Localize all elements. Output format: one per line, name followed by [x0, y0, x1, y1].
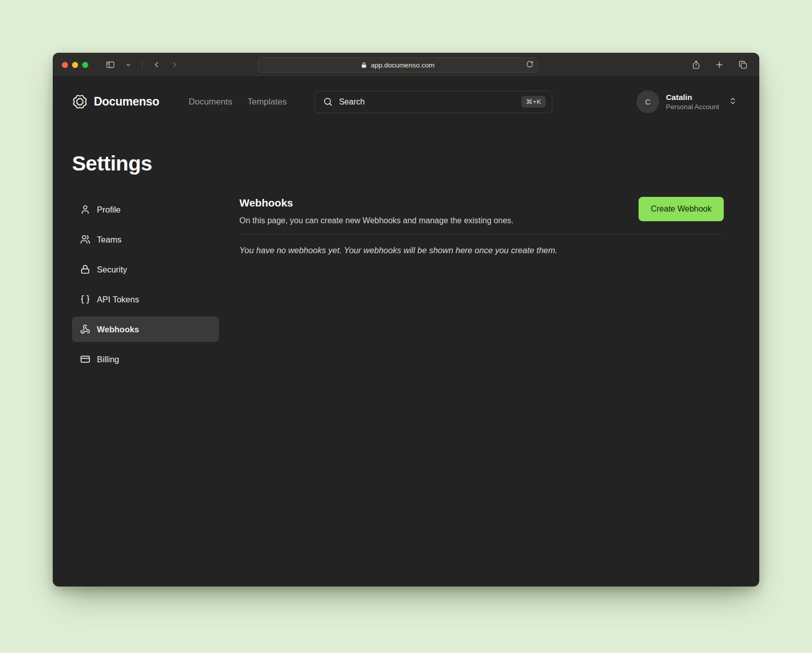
zoom-window-button[interactable] [82, 62, 88, 68]
users-icon [80, 234, 90, 245]
user-icon [80, 204, 90, 215]
browser-window: app.documenso.com [53, 53, 759, 587]
settings-page: Settings Profile [53, 126, 759, 376]
brand-wordmark: Documenso [94, 95, 159, 109]
account-name: Catalin [666, 92, 719, 102]
credit-card-icon [80, 354, 90, 364]
lock-icon [361, 62, 367, 68]
sidebar-item-profile[interactable]: Profile [72, 197, 219, 222]
chevron-down-icon[interactable] [122, 58, 135, 72]
reload-icon[interactable] [526, 60, 534, 70]
search-shortcut-badge: ⌘+K [521, 96, 546, 108]
address-bar[interactable]: app.documenso.com [258, 57, 538, 73]
account-subtitle: Personal Account [666, 102, 719, 112]
sidebar-toggle-icon[interactable] [103, 58, 117, 72]
webhook-icon [80, 324, 90, 334]
search-label: Search [339, 97, 365, 107]
sidebar-item-webhooks[interactable]: Webhooks [72, 317, 219, 342]
sidebar-item-label: Webhooks [97, 325, 139, 334]
chevrons-up-down-icon [729, 97, 737, 107]
sidebar-item-teams[interactable]: Teams [72, 227, 219, 252]
create-webhook-button[interactable]: Create Webhook [639, 197, 724, 221]
main-nav: Documents Templates [189, 97, 287, 107]
share-icon[interactable] [689, 58, 702, 72]
panel-title: Webhooks [239, 197, 639, 209]
webhooks-empty-state: You have no webhooks yet. Your webhooks … [239, 246, 724, 255]
tab-overview-icon[interactable] [736, 58, 749, 72]
sidebar-item-label: Security [97, 265, 127, 274]
close-window-button[interactable] [62, 62, 68, 68]
sidebar-item-label: Teams [97, 235, 122, 245]
sidebar-item-security[interactable]: Security [72, 257, 219, 282]
sidebar-item-label: Profile [97, 205, 121, 215]
panel-divider [239, 234, 724, 234]
new-tab-icon[interactable] [713, 58, 726, 72]
sidebar-item-label: Billing [97, 355, 119, 364]
avatar: C [637, 90, 659, 113]
url-text: app.documenso.com [371, 61, 434, 69]
braces-icon [80, 294, 90, 304]
nav-templates[interactable]: Templates [248, 97, 287, 107]
browser-titlebar: app.documenso.com [53, 53, 759, 77]
webhooks-panel: Webhooks On this page, you can create ne… [239, 197, 724, 255]
sidebar-item-billing[interactable]: Billing [72, 347, 219, 372]
panel-description: On this page, you can create new Webhook… [239, 216, 639, 225]
app-header: Documenso Documents Templates Search ⌘+K… [53, 77, 759, 126]
search-input[interactable]: Search ⌘+K [314, 91, 552, 113]
traffic-lights [62, 62, 88, 68]
nav-documents[interactable]: Documents [189, 97, 232, 107]
sidebar-item-label: API Tokens [97, 295, 139, 304]
toolbar-divider [142, 60, 143, 70]
sidebar-item-api-tokens[interactable]: API Tokens [72, 287, 219, 312]
page-title: Settings [72, 152, 724, 176]
account-menu[interactable]: C Catalin Personal Account [637, 90, 737, 113]
minimize-window-button[interactable] [72, 62, 78, 68]
settings-sidebar: Profile Teams [72, 197, 219, 376]
brand[interactable]: Documenso [72, 94, 159, 110]
documenso-logo-icon [72, 94, 88, 110]
back-button[interactable] [150, 58, 163, 72]
search-icon [323, 97, 333, 107]
forward-button[interactable] [168, 58, 181, 72]
lock-icon [80, 264, 90, 274]
